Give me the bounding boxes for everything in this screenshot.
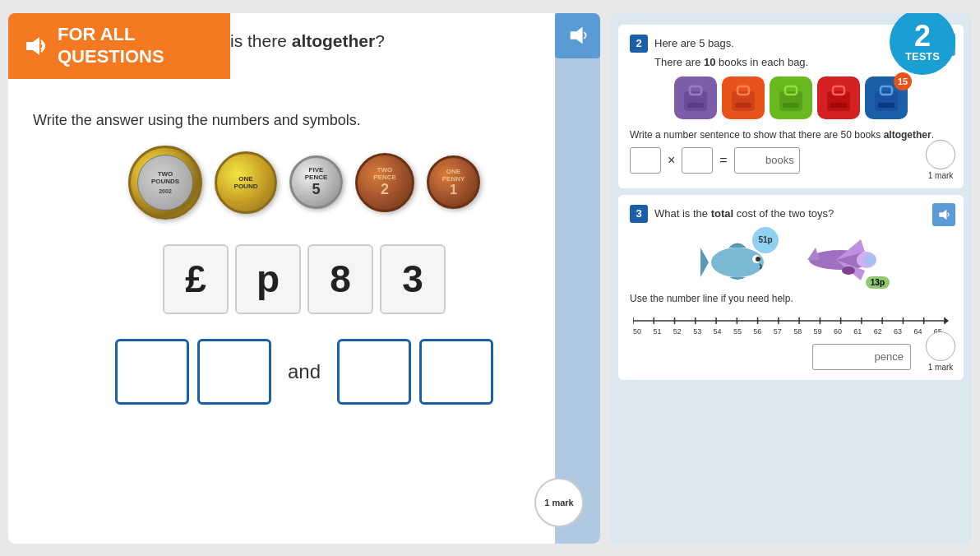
symbol-pound: £ [163, 244, 229, 314]
q2-mark-circle [926, 140, 955, 169]
bag-orange [722, 76, 765, 119]
nl-53: 53 [693, 327, 701, 336]
q3-mark-indicator: 1 mark [926, 331, 955, 372]
nl-51: 51 [653, 327, 661, 336]
instruction-text: Write the answer using the numbers and s… [33, 112, 576, 129]
q2-mark-label: 1 mark [928, 171, 954, 180]
svg-point-28 [842, 266, 855, 275]
q2-number: 2 [630, 35, 648, 53]
nl-62: 62 [874, 327, 882, 336]
and-label: and [288, 360, 321, 383]
toy-fish: 51p [700, 231, 783, 285]
nl-61: 61 [853, 327, 862, 336]
coin-two-pence: TWO PENCE 2 [355, 153, 414, 212]
coin-two-pounds: TWO POUNDS 2002 [128, 146, 202, 220]
svg-marker-30 [945, 317, 949, 324]
svg-rect-10 [783, 103, 799, 108]
q3-number: 3 [630, 205, 648, 223]
bags-row: 15 [630, 76, 952, 119]
toy2-price: 13p [866, 276, 890, 289]
toys-row: 51p 13p [630, 231, 952, 285]
bag-number-badge: 15 [894, 72, 912, 90]
svg-marker-47 [939, 209, 946, 220]
q3-answer-area: pence [630, 344, 911, 370]
nl-59: 59 [814, 327, 822, 336]
q2-instruction: Write a number sentence to show that the… [630, 129, 952, 141]
audio-button[interactable] [555, 13, 600, 58]
number-line-container: 50 51 52 53 54 55 56 57 58 59 60 61 62 6… [630, 309, 952, 336]
content-area: Write the answer using the numbers and s… [8, 104, 600, 544]
eq-input-1[interactable] [630, 147, 661, 174]
eq-input-2[interactable] [682, 147, 713, 174]
svg-rect-7 [735, 103, 751, 108]
q3-title: What is the total cost of the two toys? [654, 207, 834, 220]
multiply-symbol: × [668, 153, 675, 168]
nl-64: 64 [913, 327, 922, 336]
toy-plane: 13p [799, 231, 881, 285]
mark-circle: 1 mark [534, 478, 584, 527]
question-3-section: 3 What is the total cost of the two toys… [618, 195, 964, 380]
nl-56: 56 [753, 327, 761, 336]
pence-label: pence [875, 350, 904, 363]
coin-five-pence: FIVE PENCE 5 [289, 155, 343, 209]
coins-row: TWO POUNDS 2002 ONE POUND FIVE PENCE 5 [33, 146, 576, 220]
digit-8: 8 [307, 244, 373, 314]
q2-mark-indicator: 1 mark [926, 140, 955, 180]
tests-badge: 2 TESTS [890, 13, 955, 75]
digit-3: 3 [380, 244, 446, 314]
answer-input-3[interactable] [337, 339, 411, 405]
svg-marker-0 [26, 37, 39, 55]
svg-marker-19 [700, 248, 709, 277]
q3-title-row: 3 What is the total cost of the two toys… [630, 205, 952, 223]
bag-red [817, 76, 860, 119]
q3-mark-circle [926, 331, 955, 361]
speaker-icon[interactable] [20, 31, 49, 61]
q3-mark-label: 1 mark [928, 363, 954, 372]
q2-title: Here are 5 bags. [654, 37, 734, 49]
answer-input-4[interactable] [419, 339, 493, 405]
nl-57: 57 [774, 327, 782, 336]
input-boxes-row: and [33, 339, 576, 405]
svg-rect-4 [687, 103, 704, 108]
eq-result-box: books [734, 147, 800, 174]
svg-point-21 [756, 257, 760, 262]
equals-symbol: = [719, 153, 727, 168]
answer-input-1[interactable] [115, 339, 189, 405]
answer-display-row: £ p 8 3 [33, 244, 576, 314]
banner-line1: FOR ALL [58, 24, 164, 45]
svg-point-26 [864, 254, 876, 266]
nl-58: 58 [793, 327, 802, 336]
nl-50: 50 [633, 327, 641, 336]
coin-one-penny: ONE PENNY 1 [427, 155, 480, 209]
mark-label: 1 mark [544, 498, 573, 507]
right-panel: 2 TESTS 2 Here are 5 bags. There are 10 … [610, 13, 972, 544]
svg-rect-16 [878, 103, 894, 108]
toy1-price: 51p [752, 227, 779, 253]
for-all-questions-banner: FOR ALL QUESTIONS [8, 13, 230, 79]
question-text: is there altogether? [230, 31, 385, 51]
bag-green [770, 76, 812, 119]
answer-input-2[interactable] [197, 339, 271, 405]
nl-55: 55 [733, 327, 742, 336]
coin-one-pound: ONE POUND [215, 151, 277, 214]
tests-label: TESTS [905, 51, 940, 62]
q3-answer-box: pence [812, 344, 911, 370]
svg-marker-1 [570, 27, 582, 44]
nl-52: 52 [673, 327, 682, 336]
bag-blue: 15 [865, 76, 908, 119]
header-row: FOR ALL QUESTIONS is there altogether? [8, 13, 600, 104]
left-panel: FOR ALL QUESTIONS is there altogether? W… [8, 13, 600, 544]
number-line-instruction: Use the number line if you need help. [630, 293, 952, 304]
nl-54: 54 [714, 327, 722, 336]
svg-rect-13 [830, 103, 847, 108]
nl-60: 60 [834, 327, 842, 336]
symbol-p: p [235, 244, 301, 314]
books-label: books [765, 154, 794, 166]
coin-inner: TWO POUNDS 2002 [137, 155, 193, 211]
bag-purple [674, 76, 717, 119]
banner-line2: QUESTIONS [58, 46, 164, 67]
nl-63: 63 [894, 327, 902, 336]
q3-audio-button[interactable] [932, 203, 955, 226]
tests-number: 2 [914, 21, 931, 51]
equation-row: × = books [630, 147, 952, 174]
